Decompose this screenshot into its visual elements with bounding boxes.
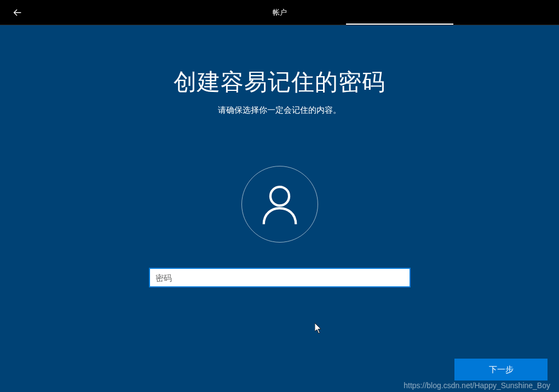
header-tab-underline <box>346 24 453 25</box>
header-title: 帐户 <box>273 8 287 18</box>
user-icon <box>258 183 301 226</box>
next-button[interactable]: 下一步 <box>454 359 548 381</box>
header-bar: 帐户 <box>0 0 559 25</box>
main-content: 创建容易记住的密码 请确保选择你一定会记住的内容。 <box>0 25 559 287</box>
watermark-text: https://blog.csdn.net/Happy_Sunshine_Boy <box>404 381 550 390</box>
page-title: 创建容易记住的密码 <box>0 67 559 97</box>
svg-point-0 <box>270 187 289 205</box>
page-subtitle: 请确保选择你一定会记住的内容。 <box>0 105 559 116</box>
avatar-placeholder <box>241 166 318 243</box>
cursor-icon <box>315 323 322 334</box>
password-input[interactable] <box>149 268 411 287</box>
password-input-wrap <box>149 268 411 287</box>
back-arrow-icon <box>11 7 24 19</box>
back-button[interactable] <box>11 6 24 19</box>
